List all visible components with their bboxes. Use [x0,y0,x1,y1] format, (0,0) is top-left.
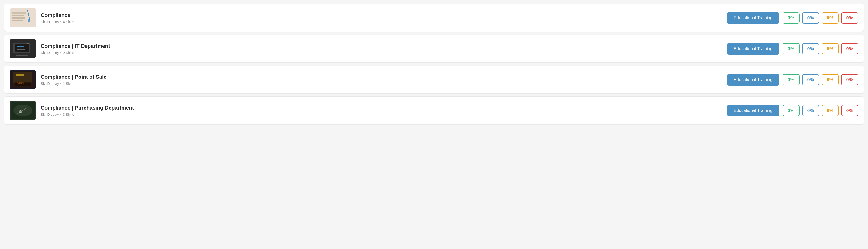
card-left-compliance: Compliance SkillDisplay 4 Skills [10,8,727,27]
percent-badge-green-1[interactable]: 0% [782,43,800,55]
card-compliance: Compliance SkillDisplay 4 Skills Educati… [4,4,864,32]
training-button-compliance-purchasing[interactable]: Educational Training [727,105,779,116]
percent-badge-orange-1[interactable]: 0% [822,43,839,55]
percent-badge-orange-0[interactable]: 0% [822,12,839,24]
svg-point-14 [27,42,29,44]
svg-rect-18 [16,74,24,76]
percent-badge-blue-3[interactable]: 0% [802,105,819,116]
svg-rect-17 [13,72,32,83]
dot-compliance-purchasing [60,114,61,115]
percent-badge-blue-0[interactable]: 0% [802,12,819,24]
percent-badge-green-0[interactable]: 0% [782,12,800,24]
svg-rect-4 [12,20,23,21]
card-info-compliance-purchasing: Compliance | Purchasing Department Skill… [41,105,134,116]
percent-badge-red-0[interactable]: 0% [841,12,858,24]
svg-rect-12 [17,48,26,48]
svg-point-6 [28,20,30,22]
card-source-compliance: SkillDisplay [41,20,59,24]
svg-rect-19 [16,76,22,77]
card-skills-compliance-pos: 1 Skill [63,81,72,85]
card-right-compliance: Educational Training 0% 0% 0% 0% [727,12,858,24]
card-title-compliance-it: Compliance | IT Department [41,43,110,49]
card-title-compliance-pos: Compliance | Point of Sale [41,74,106,80]
percent-badge-orange-2[interactable]: 0% [822,74,839,85]
percent-badge-orange-3[interactable]: 0% [822,105,839,116]
dot-compliance-pos [60,83,61,84]
percent-badges-compliance-pos: 0% 0% 0% 0% [782,74,858,85]
card-info-compliance: Compliance SkillDisplay 4 Skills [41,12,74,24]
svg-rect-11 [17,46,24,47]
thumbnail-compliance-it [10,39,36,58]
card-compliance-pos: OPEN Compliance | Point of Sale SkillDis… [4,66,864,94]
card-subtitle-compliance-purchasing: SkillDisplay 3 Skills [41,112,134,116]
card-right-compliance-purchasing: Educational Training 0% 0% 0% 0% [727,105,858,116]
svg-rect-28 [19,111,22,112]
thumbnail-compliance-purchasing [10,101,36,120]
percent-badges-compliance-purchasing: 0% 0% 0% 0% [782,105,858,116]
percent-badge-red-3[interactable]: 0% [841,105,858,116]
card-info-compliance-it: Compliance | IT Department SkillDisplay … [41,43,110,55]
card-right-compliance-pos: Educational Training 0% 0% 0% 0% [727,74,858,85]
card-subtitle-compliance-pos: SkillDisplay 1 Skill [41,81,106,85]
card-info-compliance-pos: Compliance | Point of Sale SkillDisplay … [41,74,106,85]
card-skills-compliance: 4 Skills [63,20,74,24]
dot-compliance [60,21,61,22]
card-source-compliance-pos: SkillDisplay [41,81,59,85]
card-left-compliance-it: Compliance | IT Department SkillDisplay … [10,39,727,58]
percent-badges-compliance-it: 0% 0% 0% 0% [782,43,858,55]
thumbnail-compliance [10,8,36,27]
svg-rect-13 [17,49,25,50]
card-source-compliance-it: SkillDisplay [41,50,59,55]
percent-badge-red-2[interactable]: 0% [841,74,858,85]
svg-rect-10 [16,55,28,56]
card-source-compliance-purchasing: SkillDisplay [41,112,59,116]
card-left-compliance-pos: OPEN Compliance | Point of Sale SkillDis… [10,70,727,89]
training-button-compliance[interactable]: Educational Training [727,12,779,24]
card-compliance-it: Compliance | IT Department SkillDisplay … [4,35,864,63]
svg-rect-2 [12,15,24,16]
training-button-compliance-it[interactable]: Educational Training [727,43,779,55]
card-subtitle-compliance-it: SkillDisplay 2 Skills [41,50,110,55]
card-title-compliance-purchasing: Compliance | Purchasing Department [41,105,134,111]
svg-rect-27 [19,110,22,110]
percent-badges-compliance: 0% 0% 0% 0% [782,12,858,24]
card-list: Compliance SkillDisplay 4 Skills Educati… [4,4,864,124]
card-compliance-purchasing: Compliance | Purchasing Department Skill… [4,97,864,124]
percent-badge-green-3[interactable]: 0% [782,105,800,116]
card-left-compliance-purchasing: Compliance | Purchasing Department Skill… [10,101,727,120]
thumbnail-compliance-pos: OPEN [10,70,36,89]
card-subtitle-compliance: SkillDisplay 4 Skills [41,20,74,24]
percent-badge-green-2[interactable]: 0% [782,74,800,85]
card-right-compliance-it: Educational Training 0% 0% 0% 0% [727,43,858,55]
percent-badge-red-1[interactable]: 0% [841,43,858,55]
percent-badge-blue-2[interactable]: 0% [802,74,819,85]
percent-badge-blue-1[interactable]: 0% [802,43,819,55]
card-skills-compliance-it: 2 Skills [63,50,74,55]
svg-rect-3 [12,17,25,19]
card-title-compliance: Compliance [41,12,74,18]
training-button-compliance-pos[interactable]: Educational Training [727,74,779,85]
svg-rect-21 [14,82,31,86]
svg-rect-1 [12,12,26,14]
card-skills-compliance-purchasing: 3 Skills [63,112,74,116]
dot-compliance-it [60,52,61,53]
